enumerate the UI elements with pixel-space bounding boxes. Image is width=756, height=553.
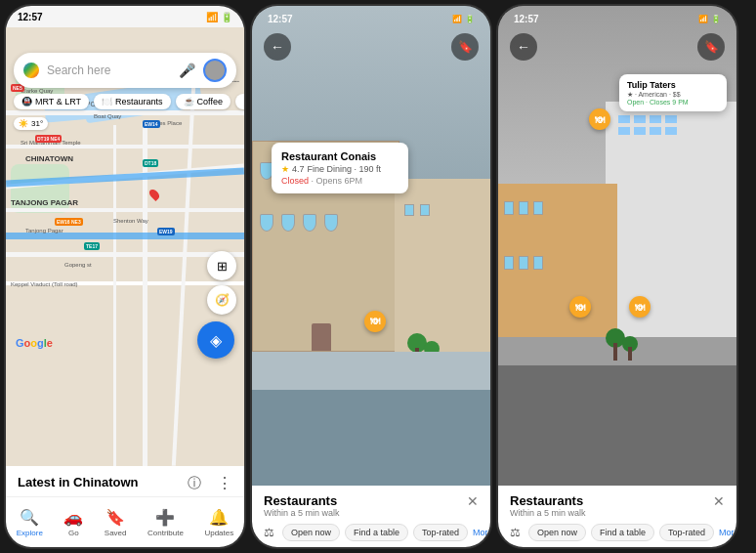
card-title: Restaurant Conais xyxy=(281,150,399,162)
rating-value: 4.7 xyxy=(292,164,305,174)
drawer-header-right: Restaurants Within a 5 min walk ✕ xyxy=(510,493,725,518)
popup-title: Tulip Taters xyxy=(627,80,719,90)
chip-gas[interactable]: ⛽ xyxy=(235,94,244,109)
filter-icon-mid[interactable]: ⚖ xyxy=(264,526,274,539)
chip-coffee-label: Coffee xyxy=(197,97,223,106)
fork-knife-icon-r1: 🍽 xyxy=(595,114,605,125)
tree-r2 xyxy=(622,336,638,361)
drawer-filters-right: ⚖ Open now Find a table Top-rated More xyxy=(510,524,725,541)
sv-sidewalk xyxy=(252,352,490,390)
drawer-close-mid[interactable]: ✕ xyxy=(467,493,479,509)
compass-btn[interactable]: 🧭 xyxy=(207,285,236,315)
status-icons-left: 📶 🔋 xyxy=(206,12,232,22)
label-keppel: Keppel Viaduct (Toll road) xyxy=(11,281,78,287)
label-boat: Boat Quay xyxy=(94,113,121,119)
drawer-title-group: Restaurants Within a 5 min walk xyxy=(264,493,340,518)
restaurant-info-card[interactable]: Restaurant Conais ★ 4.7 Fine Dining · 19… xyxy=(272,143,408,193)
filter-top-rated-mid[interactable]: Top-rated xyxy=(413,524,468,541)
fork-knife-icon-r2: 🍽 xyxy=(575,302,585,313)
label-chinatown-main: CHINATOWN xyxy=(25,154,73,163)
google-icon xyxy=(23,63,39,78)
nav-saved[interactable]: 🔖 Saved xyxy=(105,508,127,537)
card-rating: ★ 4.7 Fine Dining · 190 ft xyxy=(281,164,399,174)
compass-icon: 🧭 xyxy=(215,293,230,307)
status-bar-left: 12:57 📶 🔋 xyxy=(6,6,244,27)
back-arrow-icon-right: ← xyxy=(517,39,530,55)
mrt-badge-ew16: EW16 NE3 xyxy=(55,218,83,226)
navigate-icon: ◈ xyxy=(210,331,222,350)
filter-open-now-right[interactable]: Open now xyxy=(528,524,586,541)
building-modern xyxy=(606,102,736,365)
status-bar-mid: 12:57 📶 🔋 xyxy=(252,6,490,27)
mrt-badge-ew19: EW19 xyxy=(157,228,175,235)
contribute-label: Contribute xyxy=(147,529,184,537)
filter-find-table-right[interactable]: Find a table xyxy=(591,524,654,541)
road-h4 xyxy=(6,208,244,212)
popup-status: Open · Closes 9 PM xyxy=(627,99,719,106)
drawer-filters-mid: ⚖ Open now Find a table Top-rated More xyxy=(264,524,479,541)
back-btn-mid[interactable]: ← xyxy=(264,33,291,61)
popup-rating: ★ · American · $$ xyxy=(627,91,719,99)
save-btn-right[interactable]: 🔖 xyxy=(697,33,725,61)
drawer-title-mid: Restaurants xyxy=(264,493,340,508)
chip-coffee[interactable]: ☕ Coffee xyxy=(176,94,231,109)
go-icon: 🚗 xyxy=(63,508,83,527)
tulip-popup-card[interactable]: Tulip Taters ★ · American · $$ Open · Cl… xyxy=(619,74,727,111)
closed-text: Closed xyxy=(281,176,309,186)
search-input[interactable]: Search here xyxy=(47,64,171,77)
road-h5 xyxy=(6,252,244,257)
nav-go[interactable]: 🚗 Go xyxy=(63,508,83,537)
filter-top-rated-right[interactable]: Top-rated xyxy=(659,524,714,541)
filter-more-mid[interactable]: More xyxy=(473,528,492,537)
mrt-line-2 xyxy=(6,233,244,239)
status-icons-right: 📶 🔋 xyxy=(698,15,721,23)
google-logo: Google xyxy=(16,337,53,349)
drawer-title-group-right: Restaurants Within a 5 min walk xyxy=(510,493,586,518)
mic-icon[interactable]: 🎤 xyxy=(179,63,195,78)
info-icon[interactable]: ⓘ xyxy=(188,475,201,492)
save-btn-mid[interactable]: 🔖 xyxy=(451,33,479,61)
bottom-drawer-mid: Restaurants Within a 5 min walk ✕ ⚖ Open… xyxy=(252,486,490,547)
filter-chips: 🚇 MRT & LRT 🍽️ Restaurants ☕ Coffee ⛽ xyxy=(14,94,244,109)
restaurant-icon: 🍽️ xyxy=(102,97,112,106)
chip-restaurants-label: Restaurants xyxy=(115,97,163,106)
phone-right: 12:57 📶 🔋 xyxy=(496,4,738,549)
windows-row2 xyxy=(260,214,338,232)
fork-knife-icon: 🍽 xyxy=(370,316,380,326)
chip-mrt[interactable]: 🚇 MRT & LRT xyxy=(14,94,89,109)
filter-icon-right[interactable]: ⚖ xyxy=(510,526,521,539)
restaurant-marker-mid[interactable]: 🍽 xyxy=(364,311,386,332)
filter-find-table-mid[interactable]: Find a table xyxy=(345,524,408,541)
sv-header-right: ← 🔖 xyxy=(498,27,736,66)
filter-open-now-mid[interactable]: Open now xyxy=(282,524,340,541)
bookmark-icon-right: 🔖 xyxy=(704,40,719,54)
layers-btn[interactable]: ⊞ xyxy=(207,251,236,280)
street-view-mid[interactable]: ← 🔖 Restaurant Conais ★ 4.7 Fine Dining … xyxy=(252,6,490,486)
nav-explore[interactable]: 🔍 Explore xyxy=(17,508,43,537)
chip-restaurants[interactable]: 🍽️ Restaurants xyxy=(94,94,171,109)
category-text: Fine Dining · 190 ft xyxy=(308,164,382,174)
updates-label: Updates xyxy=(204,529,233,537)
map-container[interactable]: CIVIC DISTR... SINGAPORE RIVER Clarke Qu… xyxy=(6,27,244,466)
nav-updates[interactable]: 🔔 Updates xyxy=(204,508,233,537)
marker-r1[interactable]: 🍽 xyxy=(589,108,610,130)
navigate-fab[interactable]: ◈ xyxy=(197,321,234,359)
saved-label: Saved xyxy=(105,529,127,537)
explore-icon: 🔍 xyxy=(20,508,39,527)
sv-road-right xyxy=(498,365,736,486)
label-tanjong: TANJONG PAGAR xyxy=(11,198,78,207)
more-options-icon[interactable]: ⋮ xyxy=(217,474,232,492)
filter-more-right[interactable]: More xyxy=(719,528,738,537)
drawer-close-right[interactable]: ✕ xyxy=(713,493,725,509)
label-tanjong-pagar: Tanjong Pagar xyxy=(25,228,63,234)
time-right: 12:57 xyxy=(514,14,539,24)
nav-bar: 🔍 Explore 🚗 Go 🔖 Saved ➕ Contribute 🔔 Up… xyxy=(6,496,244,547)
status-icons-mid: 📶 🔋 xyxy=(452,15,475,23)
nav-contribute[interactable]: ➕ Contribute xyxy=(147,508,184,537)
back-btn-right[interactable]: ← xyxy=(510,33,537,61)
contribute-icon: ➕ xyxy=(155,508,175,527)
sv-road xyxy=(252,390,490,486)
user-avatar[interactable] xyxy=(203,59,227,82)
search-bar[interactable]: Search here 🎤 xyxy=(14,53,236,88)
street-view-right[interactable]: ← 🔖 Tulip Taters ★ · American · $$ Open … xyxy=(498,6,736,486)
